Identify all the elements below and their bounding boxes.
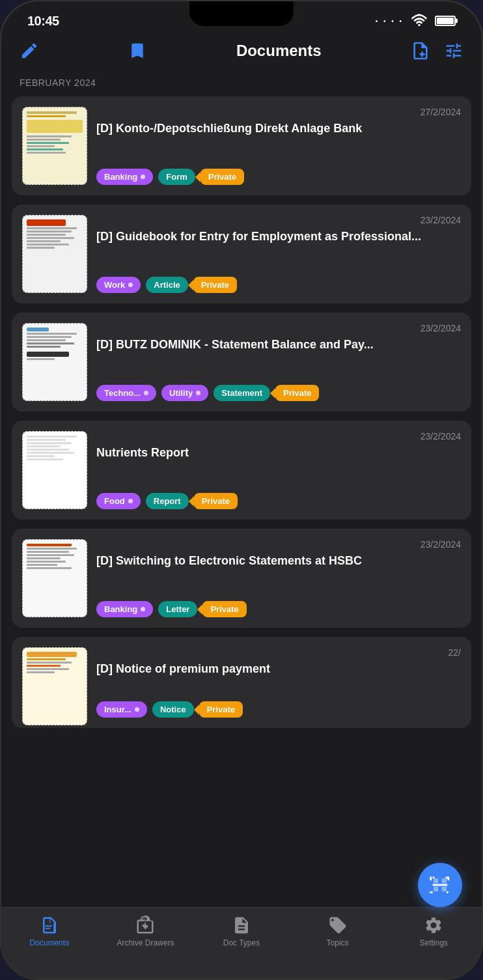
tab-topics[interactable]: Topics: [290, 916, 386, 947]
tab-documents[interactable]: Documents: [1, 916, 98, 947]
tab-topics-icon: [328, 916, 348, 935]
page-title: Documents: [236, 42, 322, 60]
doc-date-4: 23/2/2024: [96, 431, 461, 441]
tag-form[interactable]: Form: [158, 169, 195, 185]
doc-tags-4: Food Report Private: [96, 493, 461, 509]
doc-info-1: 27/2/2024 [D] Konto-/Depotschließung Dir…: [96, 107, 461, 185]
doc-title-1: [D] Konto-/Depotschließung Direkt Anlage…: [96, 121, 461, 136]
doc-tags-2: Work Article Private: [96, 277, 461, 293]
section-label: FEBRUARY 2024: [20, 77, 96, 88]
doc-tags-1: Banking Form Private: [96, 169, 461, 185]
doc-date-6: 22/: [96, 647, 461, 658]
tab-settings-icon: [424, 916, 443, 935]
tag-work[interactable]: Work: [96, 277, 141, 293]
tag-private-1[interactable]: Private: [200, 169, 244, 185]
tag-private-3[interactable]: Private: [275, 385, 319, 401]
doc-card-2[interactable]: 23/2/2024 [D] Guidebook for Entry for Em…: [12, 204, 471, 303]
tag-insur[interactable]: Insur...: [96, 701, 147, 718]
status-icons: • • • •: [376, 12, 456, 30]
doc-info-3: 23/2/2024 [D] BUTZ DOMINIK - Statement B…: [96, 323, 461, 401]
doc-title-5: [D] Switching to Electronic Statements a…: [96, 553, 461, 568]
cellular-icon: • • • •: [376, 18, 404, 25]
tag-letter[interactable]: Letter: [158, 601, 197, 617]
doc-tags-6: Insur... Notice Private: [96, 701, 461, 718]
scan-fab[interactable]: [418, 863, 462, 907]
doc-date-3: 23/2/2024: [96, 323, 461, 333]
doc-info-5: 23/2/2024 [D] Switching to Electronic St…: [96, 539, 461, 617]
status-bar: 10:45 • • • •: [1, 1, 482, 35]
doc-title-2: [D] Guidebook for Entry for Employment a…: [96, 229, 461, 244]
tag-report[interactable]: Report: [146, 493, 189, 509]
doc-thumbnail-1: [22, 107, 87, 185]
section-header: FEBRUARY 2024: [1, 72, 482, 96]
doc-card-4[interactable]: 23/2/2024 Nutrients Report Food Report P…: [12, 421, 471, 520]
tab-doctypes[interactable]: Doc Types: [193, 916, 290, 947]
tab-archive-icon: [135, 916, 155, 935]
doc-tags-3: Techno... Utility Statement Private: [96, 385, 461, 401]
tab-documents-label: Documents: [29, 938, 69, 947]
svg-rect-0: [433, 884, 448, 886]
phone-frame: 10:45 • • • • Documents: [0, 0, 483, 980]
phone-screen: 10:45 • • • • Documents: [1, 1, 482, 979]
doc-thumbnail-6: [22, 647, 87, 725]
doc-title-6: [D] Notice of premium payment: [96, 662, 461, 677]
tab-topics-label: Topics: [327, 938, 349, 947]
scan-icon: [429, 874, 451, 896]
doc-thumbnail-4: [22, 431, 87, 509]
doc-info-2: 23/2/2024 [D] Guidebook for Entry for Em…: [96, 215, 461, 293]
doc-title-3: [D] BUTZ DOMINIK - Statement Balance and…: [96, 337, 461, 352]
tag-private-6[interactable]: Private: [199, 701, 243, 718]
tab-documents-icon: [40, 916, 59, 935]
doc-date-5: 23/2/2024: [96, 539, 461, 550]
tag-notice[interactable]: Notice: [152, 701, 194, 718]
tab-doctypes-icon: [232, 916, 251, 935]
doc-date-2: 23/2/2024: [96, 215, 461, 225]
tab-bar: Documents Archive Drawers Doc Types Topi…: [1, 907, 482, 979]
doc-card-3[interactable]: 23/2/2024 [D] BUTZ DOMINIK - Statement B…: [12, 313, 471, 412]
tab-archive-label: Archive Drawers: [117, 938, 174, 947]
doc-info-6: 22/ [D] Notice of premium payment Insur.…: [96, 647, 461, 718]
tab-settings[interactable]: Settings: [385, 916, 482, 947]
tag-banking-2[interactable]: Banking: [96, 601, 153, 617]
tag-food[interactable]: Food: [96, 493, 141, 509]
tag-techno[interactable]: Techno...: [96, 385, 156, 401]
tab-archive[interactable]: Archive Drawers: [98, 916, 194, 947]
doc-title-4: Nutrients Report: [96, 445, 461, 460]
tag-private-2[interactable]: Private: [193, 277, 237, 293]
doc-date-1: 27/2/2024: [96, 107, 461, 117]
status-time: 10:45: [27, 14, 59, 29]
tag-private-5[interactable]: Private: [202, 601, 246, 617]
tab-doctypes-label: Doc Types: [223, 938, 260, 947]
svg-rect-1: [46, 925, 52, 927]
tag-statement[interactable]: Statement: [214, 385, 270, 401]
doc-thumbnail-2: [22, 215, 87, 293]
nav-bar: Documents: [1, 35, 482, 72]
document-list: 27/2/2024 [D] Konto-/Depotschließung Dir…: [1, 96, 482, 907]
nav-right-icons: [410, 40, 463, 61]
filter-icon[interactable]: [444, 41, 463, 61]
battery-icon: [435, 16, 456, 26]
tag-article[interactable]: Article: [146, 277, 187, 293]
doc-card-6[interactable]: 22/ [D] Notice of premium payment Insur.…: [12, 637, 471, 728]
add-document-icon[interactable]: [410, 40, 431, 61]
notch: [189, 1, 294, 26]
tag-banking[interactable]: Banking: [96, 169, 153, 185]
tab-settings-label: Settings: [419, 938, 447, 947]
bookmark-icon[interactable]: [128, 41, 147, 61]
doc-card-5[interactable]: 23/2/2024 [D] Switching to Electronic St…: [12, 529, 471, 628]
doc-card-1[interactable]: 27/2/2024 [D] Konto-/Depotschließung Dir…: [12, 96, 471, 195]
svg-rect-2: [46, 928, 51, 929]
doc-info-4: 23/2/2024 Nutrients Report Food Report P…: [96, 431, 461, 509]
doc-tags-5: Banking Letter Private: [96, 601, 461, 617]
tag-private-4[interactable]: Private: [194, 493, 238, 509]
doc-thumbnail-3: [22, 323, 87, 401]
wifi-icon: [410, 12, 428, 30]
edit-icon[interactable]: [20, 41, 39, 61]
doc-thumbnail-5: [22, 539, 87, 617]
tag-utility[interactable]: Utility: [161, 385, 208, 401]
